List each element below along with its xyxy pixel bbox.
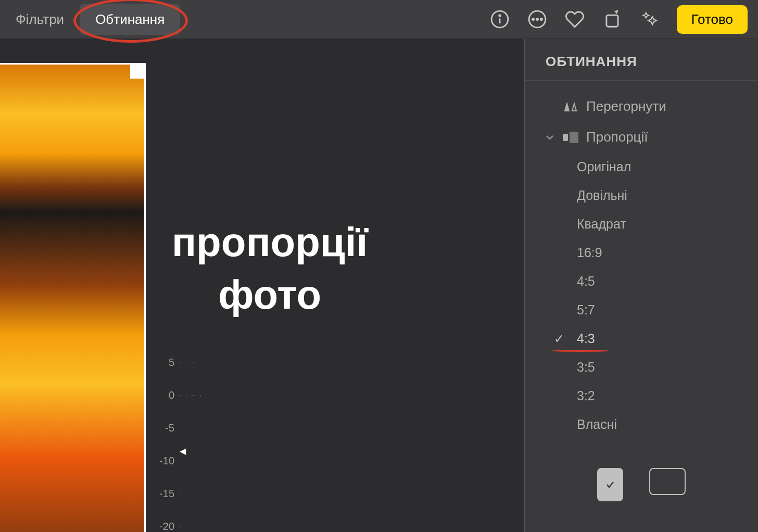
svg-point-5 xyxy=(536,18,538,20)
flip-row[interactable]: Перегорнути xyxy=(546,91,737,122)
aspect-square[interactable]: Квадрат xyxy=(577,210,737,238)
main-area: пропорції фото 5· · · 0· · · · -5· · · -… xyxy=(0,39,758,532)
orientation-toggle xyxy=(525,452,758,517)
svg-point-2 xyxy=(499,15,500,17)
rotation-dial[interactable]: 5· · · 0· · · · -5· · · -10· · · -15· · … xyxy=(148,357,203,532)
orientation-portrait[interactable] xyxy=(597,468,623,501)
annotation-underline xyxy=(552,350,609,352)
dial-dots: · · · · xyxy=(179,392,203,398)
done-label: Готово xyxy=(691,11,733,27)
toolbar-actions: Готово xyxy=(489,5,748,34)
dial-label: 5 xyxy=(148,357,174,369)
aspect-original[interactable]: Оригінал xyxy=(577,153,737,181)
sidebar-sections: Перегорнути Пропорції Оригінал Довільні … xyxy=(525,91,758,439)
svg-rect-8 xyxy=(563,134,568,141)
aspect-3-2[interactable]: 3:2 xyxy=(577,382,737,410)
more-icon[interactable] xyxy=(527,9,548,30)
flip-label: Перегорнути xyxy=(586,98,666,115)
dial-label: -15 xyxy=(148,488,174,500)
crop-sidebar: ОБТИНАННЯ Перегорнути Пропорції Оригінал xyxy=(524,39,758,532)
svg-rect-9 xyxy=(570,132,578,143)
tab-label: Обтинання xyxy=(95,11,165,28)
aspect-label: Пропорції xyxy=(586,129,648,145)
info-icon[interactable] xyxy=(489,9,510,30)
dial-label: -10 xyxy=(148,455,174,467)
orientation-landscape[interactable] xyxy=(649,468,686,495)
svg-rect-7 xyxy=(607,15,618,27)
dial-dots: · · · xyxy=(179,360,196,365)
dial-dots: · · · xyxy=(179,425,196,431)
heart-icon[interactable] xyxy=(564,9,585,30)
aspect-options: Оригінал Довільні Квадрат 16:9 4:5 5:7 ✓… xyxy=(546,153,737,439)
sidebar-title: ОБТИНАННЯ xyxy=(525,54,758,81)
done-button[interactable]: Готово xyxy=(677,5,748,34)
canvas: пропорції фото 5· · · 0· · · · -5· · · -… xyxy=(0,39,524,532)
aspect-4-3[interactable]: ✓ 4:3 xyxy=(577,324,737,353)
dial-dots: · xyxy=(179,524,182,529)
rotate-icon[interactable] xyxy=(602,9,623,30)
aspect-row[interactable]: Пропорції xyxy=(546,122,737,153)
aspect-icon xyxy=(562,132,579,143)
dial-dots: · · xyxy=(179,491,189,497)
dial-pointer-icon: ◀ xyxy=(180,446,186,456)
dial-dots: · · · xyxy=(179,458,196,464)
photo-preview[interactable] xyxy=(0,63,146,532)
svg-point-6 xyxy=(540,18,542,20)
aspect-5-7[interactable]: 5:7 xyxy=(577,296,737,324)
tab-crop[interactable]: Обтинання xyxy=(80,4,180,35)
tab-filters[interactable]: Фільтри xyxy=(0,4,80,35)
aspect-custom[interactable]: Власні xyxy=(577,410,737,439)
aspect-freeform[interactable]: Довільні xyxy=(577,181,737,210)
dial-label: -20 xyxy=(148,521,174,532)
mode-tabs: Фільтри Обтинання xyxy=(0,0,180,39)
flip-icon xyxy=(562,100,579,113)
chevron-down-icon xyxy=(546,129,555,145)
svg-point-4 xyxy=(532,18,534,20)
checkmark-icon: ✓ xyxy=(554,332,564,346)
overlay-caption: пропорції фото xyxy=(172,216,368,322)
dial-label: 0 xyxy=(148,389,174,401)
top-toolbar: Фільтри Обтинання Готово xyxy=(0,0,758,39)
dial-label: -5 xyxy=(148,422,174,434)
auto-enhance-icon[interactable] xyxy=(639,9,660,30)
aspect-4-5[interactable]: 4:5 xyxy=(577,267,737,296)
tab-label: Фільтри xyxy=(16,11,64,28)
aspect-16-9[interactable]: 16:9 xyxy=(577,238,737,267)
aspect-3-5[interactable]: 3:5 xyxy=(577,353,737,382)
